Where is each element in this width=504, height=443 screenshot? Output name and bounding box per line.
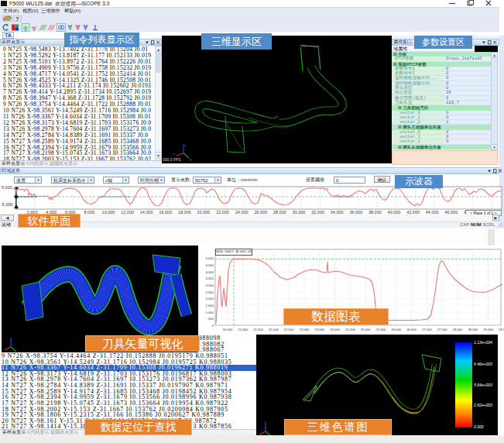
svg-text:28,000: 28,000 bbox=[453, 328, 463, 331]
svg-text:0: 0 bbox=[212, 324, 214, 328]
svg-text:0.000: 0.000 bbox=[474, 424, 484, 429]
svg-text:5.64e+003: 5.64e+003 bbox=[474, 383, 492, 387]
svg-text:21,500: 21,500 bbox=[253, 328, 263, 331]
svg-text:26,000: 26,000 bbox=[391, 328, 401, 331]
svg-text:29,000: 29,000 bbox=[483, 328, 493, 331]
svg-text:22,500: 22,500 bbox=[284, 328, 294, 331]
svg-text:4,500: 4,500 bbox=[206, 263, 214, 267]
svg-text:25,000: 25,000 bbox=[361, 328, 371, 331]
svg-text:x: x bbox=[173, 152, 175, 156]
svg-text:24,500: 24,500 bbox=[345, 328, 355, 331]
svg-text:28,500: 28,500 bbox=[468, 328, 478, 331]
svg-text:3,500: 3,500 bbox=[206, 276, 214, 280]
svg-text:23,000: 23,000 bbox=[300, 328, 310, 331]
svg-text:500: 500 bbox=[208, 317, 214, 321]
svg-text:5,000: 5,000 bbox=[206, 256, 214, 260]
svg-text:26,500: 26,500 bbox=[406, 328, 417, 331]
svg-text:29,500: 29,500 bbox=[499, 328, 504, 331]
svg-text:22,000: 22,000 bbox=[269, 328, 279, 331]
svg-text:21,000: 21,000 bbox=[238, 328, 248, 331]
svg-text:1,000: 1,000 bbox=[206, 311, 214, 314]
svg-text:3,000: 3,000 bbox=[206, 283, 214, 287]
svg-text:000.0 FPS: 000.0 FPS bbox=[163, 157, 181, 162]
svg-text:2,000: 2,000 bbox=[206, 297, 214, 300]
svg-text:8.46e+003: 8.46e+003 bbox=[474, 362, 492, 366]
svg-text:2,500: 2,500 bbox=[206, 290, 214, 294]
svg-text:4,000: 4,000 bbox=[206, 270, 214, 274]
svg-text:2.82e+003: 2.82e+003 bbox=[473, 403, 492, 407]
svg-text:23,500: 23,500 bbox=[314, 328, 324, 331]
svg-text:z: z bbox=[184, 143, 186, 147]
svg-text:1.13e+004: 1.13e+004 bbox=[474, 340, 492, 345]
svg-text:1,500: 1,500 bbox=[206, 304, 214, 307]
svg-text:24,000: 24,000 bbox=[330, 328, 340, 331]
svg-text:20,500: 20,500 bbox=[223, 328, 233, 331]
svg-text:y: y bbox=[190, 157, 191, 161]
svg-text:27,000: 27,000 bbox=[422, 328, 432, 331]
svg-text:27,500: 27,500 bbox=[437, 328, 447, 331]
svg-text:25,500: 25,500 bbox=[376, 328, 386, 331]
